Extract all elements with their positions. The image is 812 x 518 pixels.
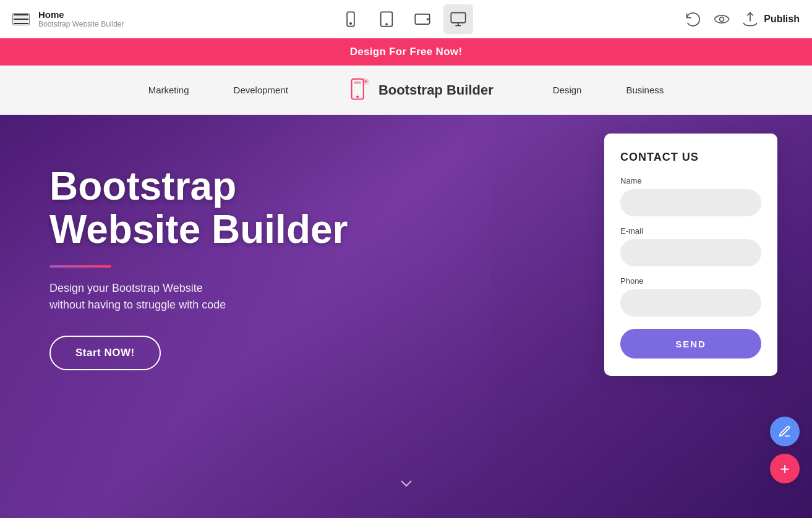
name-field-group: Name bbox=[620, 176, 761, 216]
nav-item-marketing[interactable]: Marketing bbox=[126, 85, 212, 95]
nav-item-development[interactable]: Development bbox=[212, 85, 310, 95]
add-icon: + bbox=[780, 459, 789, 478]
mobile-view-button[interactable] bbox=[336, 4, 365, 34]
hero-headline-line2: Website Builder bbox=[49, 207, 348, 252]
hero-section: Bootstrap Website Builder Design your Bo… bbox=[0, 115, 812, 518]
svg-point-1 bbox=[350, 22, 351, 23]
hero-subtext: Design your Bootstrap Websitewithout hav… bbox=[49, 280, 348, 313]
add-fab-button[interactable]: + bbox=[770, 454, 800, 483]
contact-form-card: CONTACT US Name E-mail Phone SEND bbox=[604, 134, 777, 376]
preview-button[interactable] bbox=[713, 11, 730, 28]
svg-point-3 bbox=[386, 23, 387, 25]
name-label: Name bbox=[620, 176, 761, 185]
home-label: Home bbox=[38, 9, 124, 20]
phone-field-group: Phone bbox=[620, 276, 761, 316]
site-navbar: Marketing Development Bootstrap Builder … bbox=[0, 66, 812, 115]
promo-text: Design For Free Now! bbox=[350, 46, 463, 58]
email-field-group: E-mail bbox=[620, 226, 761, 266]
email-input[interactable] bbox=[620, 239, 761, 266]
svg-point-5 bbox=[427, 19, 429, 20]
top-bar: Home Bootstrap Website Builder Publ bbox=[0, 0, 812, 38]
nav-item-design[interactable]: Design bbox=[531, 85, 604, 95]
undo-button[interactable] bbox=[685, 11, 702, 28]
hero-content: Bootstrap Website Builder Design your Bo… bbox=[49, 164, 348, 370]
svg-point-12 bbox=[356, 95, 359, 98]
logo-text: Bootstrap Builder bbox=[378, 82, 494, 98]
email-label: E-mail bbox=[620, 226, 761, 236]
hero-cta-button[interactable]: Start NOW! bbox=[49, 336, 161, 370]
logo-icon bbox=[348, 77, 372, 104]
hero-divider bbox=[49, 265, 111, 268]
phone-label: Phone bbox=[620, 276, 761, 286]
top-bar-left: Home Bootstrap Website Builder bbox=[12, 9, 124, 28]
publish-button[interactable]: Publish bbox=[741, 11, 800, 28]
top-bar-title: Home Bootstrap Website Builder bbox=[38, 9, 124, 28]
edit-fab-button[interactable] bbox=[770, 417, 800, 446]
publish-label: Publish bbox=[764, 14, 800, 25]
tablet-view-button[interactable] bbox=[372, 4, 401, 34]
top-bar-right: Publish bbox=[685, 11, 800, 28]
hamburger-menu-button[interactable] bbox=[12, 13, 30, 25]
nav-item-business[interactable]: Business bbox=[604, 85, 686, 95]
svg-point-9 bbox=[720, 17, 724, 21]
promo-banner[interactable]: Design For Free Now! bbox=[0, 38, 812, 66]
desktop-view-button[interactable] bbox=[443, 4, 473, 34]
svg-rect-6 bbox=[451, 12, 465, 22]
site-logo: Bootstrap Builder bbox=[348, 77, 494, 104]
svg-rect-11 bbox=[354, 81, 361, 83]
phone-input[interactable] bbox=[620, 289, 761, 316]
tablet-landscape-view-button[interactable] bbox=[408, 4, 437, 34]
app-subtitle: Bootstrap Website Builder bbox=[38, 20, 124, 28]
hero-headline-line1: Bootstrap bbox=[49, 164, 236, 208]
hero-headline: Bootstrap Website Builder bbox=[49, 164, 348, 252]
contact-form-title: CONTACT US bbox=[620, 151, 761, 164]
name-input[interactable] bbox=[620, 189, 761, 216]
send-button[interactable]: SEND bbox=[620, 329, 761, 359]
device-switcher bbox=[336, 4, 473, 34]
scroll-arrow[interactable] bbox=[396, 473, 416, 496]
